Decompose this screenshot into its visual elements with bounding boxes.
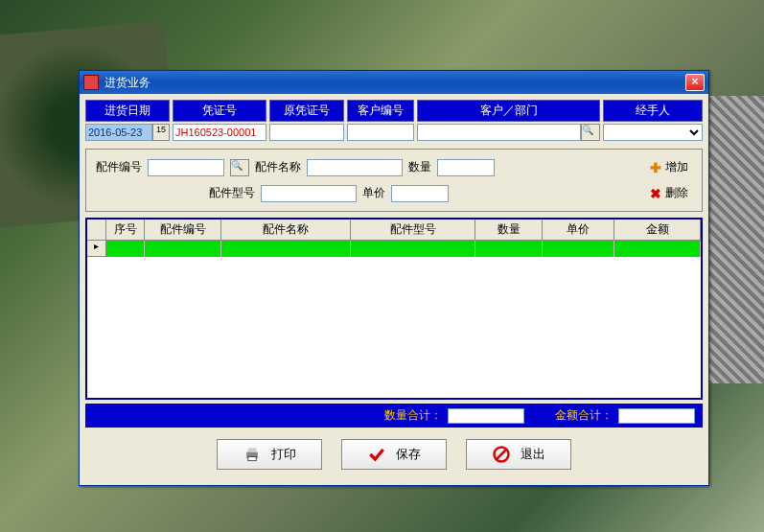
header-voucher: 凭证号 [173,100,266,122]
print-label: 打印 [271,446,296,463]
table-row[interactable]: ▸ [87,241,701,257]
exit-label: 退出 [521,446,545,463]
print-button[interactable]: 打印 [217,439,322,470]
qty-input[interactable] [437,159,495,176]
entry-panel: 配件编号 🔍 配件名称 数量 ✚ 增加 配件型号 单价 [85,149,703,212]
date-picker-button[interactable]: 15 [152,124,170,141]
grid-body[interactable]: ▸ [87,241,701,400]
plus-icon: ✚ [650,160,661,175]
header-cust-no: 客户编号 [347,100,414,122]
svg-rect-1 [248,448,256,451]
titlebar[interactable]: 进货业务 × [80,71,708,94]
svg-line-4 [497,450,506,459]
active-row[interactable] [106,241,701,257]
part-name-label: 配件名称 [255,159,301,175]
part-no-label: 配件编号 [96,159,142,175]
grid-header: 序号 配件编号 配件名称 配件型号 数量 单价 金额 [87,220,701,241]
header-cust-dept: 客户／部门 [417,100,600,122]
handler-select[interactable] [603,124,703,141]
amount-total-label: 金额合计： [555,407,613,424]
price-label: 单价 [362,185,385,201]
header-handler: 经手人 [603,100,703,122]
col-partno[interactable]: 配件编号 [145,220,221,240]
x-icon: ✖ [650,186,661,201]
col-qty[interactable]: 数量 [475,220,543,240]
header-orig-voucher: 原凭证号 [269,100,344,122]
part-name-input[interactable] [307,159,403,176]
cust-no-input[interactable] [347,124,414,141]
grid-corner [87,220,106,240]
data-grid[interactable]: 序号 配件编号 配件名称 配件型号 数量 单价 金额 ▸ [85,218,703,400]
price-input[interactable] [391,185,449,202]
col-price[interactable]: 单价 [543,220,614,240]
orig-voucher-input[interactable] [269,124,344,141]
field-header-row: 进货日期 凭证号 原凭证号 客户编号 客户／部门 经手人 [85,100,703,122]
header-date: 进货日期 [85,100,170,122]
content-area: 进货日期 凭证号 原凭证号 客户编号 客户／部门 经手人 15 🔍 [80,94,708,485]
totals-bar: 数量合计： 金额合计： [85,404,703,428]
col-model[interactable]: 配件型号 [351,220,475,240]
exit-button[interactable]: 退出 [466,439,571,470]
col-seq[interactable]: 序号 [106,220,145,240]
printer-icon [243,445,262,464]
part-lookup-button[interactable]: 🔍 [230,159,249,176]
qty-total-input[interactable] [448,408,524,424]
field-input-row: 15 🔍 [85,124,703,141]
dialog-window: 进货业务 × 进货日期 凭证号 原凭证号 客户编号 客户／部门 经手人 15 🔍 [79,70,709,486]
part-no-input[interactable] [148,159,224,176]
model-input[interactable] [261,185,357,202]
button-bar: 打印 保存 退出 [85,428,703,479]
delete-label: 删除 [665,185,688,201]
close-button[interactable]: × [685,74,705,91]
add-label: 增加 [665,159,688,175]
voucher-input[interactable] [173,124,266,141]
check-icon [367,445,386,464]
save-label: 保存 [396,446,421,463]
model-label: 配件型号 [209,185,255,201]
cust-dept-input[interactable] [417,124,581,141]
amount-total-input[interactable] [618,408,695,424]
qty-label: 数量 [408,159,431,175]
col-amount[interactable]: 金额 [614,220,701,240]
save-button[interactable]: 保存 [341,439,447,470]
add-button[interactable]: ✚ 增加 [646,157,692,177]
delete-button[interactable]: ✖ 删除 [646,183,692,203]
qty-total-label: 数量合计： [384,407,442,424]
app-icon [83,75,99,90]
row-indicator-icon: ▸ [87,241,106,257]
svg-rect-2 [248,457,256,461]
no-entry-icon [492,445,511,464]
window-title: 进货业务 [104,75,685,91]
cust-lookup-button[interactable]: 🔍 [581,124,600,141]
col-partname[interactable]: 配件名称 [221,220,351,240]
date-input[interactable] [85,124,152,141]
